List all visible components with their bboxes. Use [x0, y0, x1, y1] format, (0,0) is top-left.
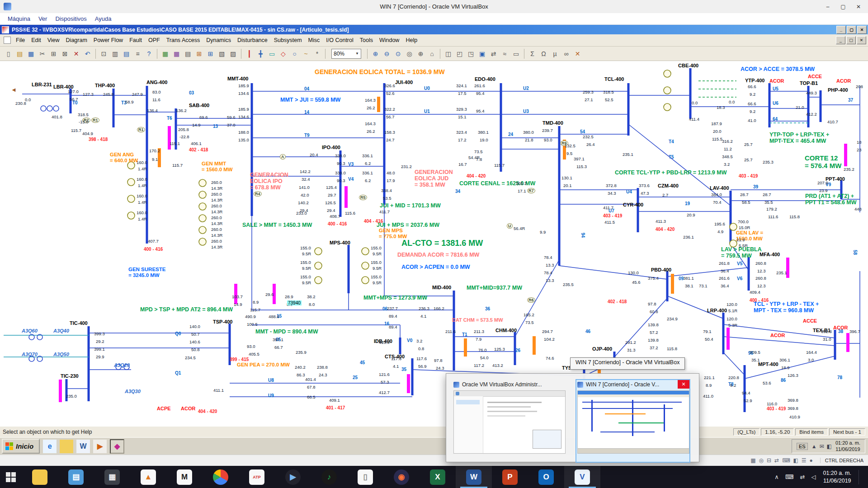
vm-taskbar-icon-internet-explorer[interactable]: e: [43, 440, 57, 453]
vbox-status-icon[interactable]: ☰: [802, 457, 807, 464]
generator-symbol[interactable]: [315, 248, 322, 255]
winding-symbol[interactable]: [47, 106, 52, 111]
generator-symbol[interactable]: [199, 179, 206, 187]
diagram-canvas[interactable]: GENERACION EOLICA TOTAL = 1036.9 MWACOR …: [0, 0, 868, 488]
host-taskbar-icon-document[interactable]: ▯: [347, 466, 383, 488]
branch-line[interactable]: [667, 296, 723, 319]
winding-symbol[interactable]: [41, 106, 46, 111]
win7-vm-thumbnail[interactable]: [577, 390, 689, 454]
vbox-status-icon[interactable]: ⊟: [767, 457, 771, 464]
generator-symbol[interactable]: [664, 103, 671, 111]
host-start-button[interactable]: [0, 466, 22, 488]
bus-bar[interactable]: [689, 68, 692, 119]
winding-symbol[interactable]: [53, 106, 59, 111]
bus-bar[interactable]: [748, 257, 750, 291]
vm-start-button[interactable]: Inicio: [2, 439, 40, 454]
host-taskbar-icon-file-explorer[interactable]: [22, 466, 58, 488]
bus-bar[interactable]: [383, 83, 386, 205]
bus-bar[interactable]: [722, 313, 725, 354]
vbox-status-icon[interactable]: ⌨: [782, 457, 790, 464]
branch-line[interactable]: [723, 352, 745, 375]
flow-marker[interactable]: [726, 328, 730, 350]
bus-bar[interactable]: [558, 126, 561, 266]
generator-symbol[interactable]: [199, 215, 206, 222]
host-tray-icon[interactable]: ◁: [811, 474, 816, 480]
host-taskbar-icon-media-player[interactable]: ▶: [275, 466, 311, 488]
flow-marker[interactable]: [671, 274, 674, 294]
host-taskbar-icon-spotify[interactable]: ♪: [311, 466, 347, 488]
close-icon[interactable]: ✕: [678, 380, 689, 389]
host-taskbar-icon-matlab[interactable]: M: [166, 466, 203, 488]
flow-marker[interactable]: [844, 144, 847, 166]
flow-marker[interactable]: [407, 374, 410, 393]
generator-symbol[interactable]: [315, 277, 322, 284]
host-clock[interactable]: 01:20 a. m. 11/06/2019: [823, 469, 851, 484]
generator-symbol[interactable]: [362, 248, 369, 255]
flow-marker[interactable]: [464, 338, 467, 357]
vm-clock[interactable]: 01:20 a. m. 11/06/2019: [835, 440, 860, 453]
host-taskbar-icon-excel[interactable]: X: [420, 466, 456, 488]
generator-symbol[interactable]: [664, 70, 671, 77]
bus-bar[interactable]: [88, 326, 90, 401]
flow-marker[interactable]: [377, 97, 380, 112]
bus-bar[interactable]: [251, 83, 253, 216]
vbox-status-icon[interactable]: ●: [810, 457, 813, 464]
host-taskbar-icon-firefox[interactable]: ◉: [383, 466, 420, 488]
host-taskbar-icon-vlc[interactable]: ▲: [130, 466, 166, 488]
generator-symbol[interactable]: [127, 195, 135, 202]
bus-bar[interactable]: [730, 191, 732, 244]
bus-bar[interactable]: [500, 83, 502, 172]
host-taskbar-icon-calculator[interactable]: ▦: [94, 466, 130, 488]
flow-marker[interactable]: [846, 333, 849, 352]
vbox-status-icon[interactable]: ▦: [750, 457, 755, 464]
host-taskbar-icon-virtualbox[interactable]: V: [564, 466, 600, 488]
host-taskbar-icon-outlook[interactable]: O: [528, 466, 564, 488]
vm-taskbar-icon-word[interactable]: W: [76, 440, 90, 453]
generator-symbol[interactable]: [199, 226, 206, 234]
host-taskbar-icon-chrome[interactable]: [203, 466, 239, 488]
host-taskbar-icon-powerpoint[interactable]: P: [492, 466, 528, 488]
generator-symbol[interactable]: [730, 223, 737, 230]
generator-symbol[interactable]: [664, 87, 671, 94]
flow-marker[interactable]: [344, 186, 348, 208]
generator-symbol[interactable]: [199, 203, 206, 210]
branch-line[interactable]: [614, 298, 667, 357]
vm-taskbar-icon-psse-sld[interactable]: ◆: [110, 439, 124, 454]
flow-marker[interactable]: [59, 380, 62, 402]
host-tray-icon[interactable]: ⌨: [785, 474, 794, 480]
preview-card-vbox-manager[interactable]: Oracle VM VirtualBox Administr...: [453, 380, 566, 462]
bus-bar[interactable]: [834, 330, 836, 360]
bus-bar[interactable]: [744, 365, 746, 412]
generator-symbol[interactable]: [362, 262, 369, 269]
bus-bar[interactable]: [820, 90, 822, 122]
vm-language-indicator[interactable]: ES: [797, 443, 808, 450]
bus-bar[interactable]: [637, 188, 639, 232]
host-taskbar-icon-atp-draw[interactable]: ATP: [239, 466, 275, 488]
vbox-status-icon[interactable]: ◧: [793, 457, 798, 464]
vm-tray-icon[interactable]: ✉: [820, 443, 824, 450]
host-tray-icon[interactable]: ⇄: [800, 474, 805, 480]
vbox-status-icon[interactable]: ◎: [759, 457, 764, 464]
generator-symbol[interactable]: [127, 212, 135, 219]
host-taskbar-icon-notepad[interactable]: ▤: [58, 466, 94, 488]
generator-symbol[interactable]: [127, 178, 135, 186]
generator-symbol[interactable]: [315, 262, 322, 269]
generator-symbol[interactable]: [199, 191, 206, 198]
vm-taskbar-icon-media-player[interactable]: ▶: [93, 440, 107, 453]
vm-taskbar-icon-folder[interactable]: [60, 440, 73, 453]
vm-tray-icon[interactable]: ▲: [811, 443, 817, 450]
bus-bar[interactable]: [411, 358, 414, 395]
vm-tray-icon[interactable]: ◧: [827, 443, 832, 450]
preview-card-win7-vm[interactable]: WIN 7 [Corriendo] - Oracle V... ✕: [576, 380, 689, 462]
vbox-status-icon[interactable]: ⇄: [774, 457, 779, 464]
branch-line[interactable]: [515, 260, 559, 337]
bus-bar[interactable]: [399, 338, 401, 354]
branch-line[interactable]: [667, 267, 749, 277]
generator-symbol[interactable]: [199, 238, 206, 245]
host-tray-icon[interactable]: ∧: [774, 474, 779, 480]
flow-marker[interactable]: [533, 336, 536, 355]
generator-symbol[interactable]: [362, 277, 369, 284]
bus-bar[interactable]: [348, 245, 350, 293]
bus-bar[interactable]: [666, 271, 669, 301]
host-taskbar-icon-word[interactable]: W: [456, 466, 492, 488]
